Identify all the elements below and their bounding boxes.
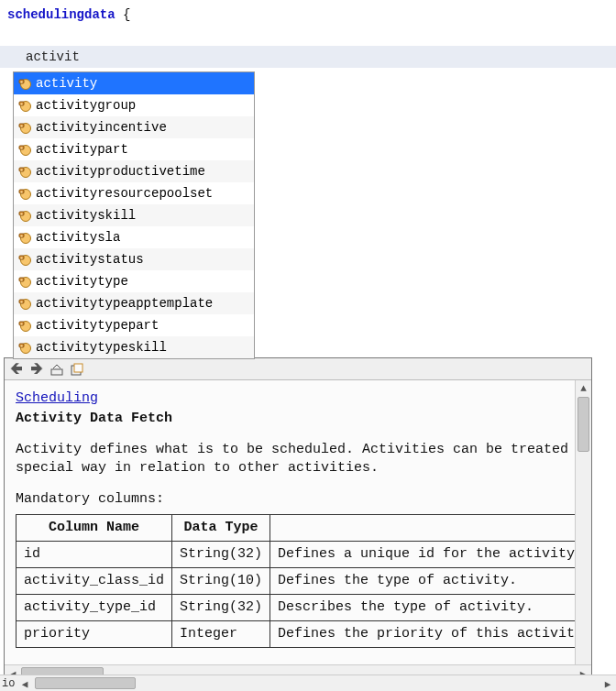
doc-toolbar: 🡸 🡺 bbox=[5, 358, 591, 380]
table-row: activity_type_idString(32)Describes the … bbox=[16, 595, 592, 621]
autocomplete-item[interactable]: activitygroup bbox=[14, 94, 254, 116]
table-cell: priority bbox=[16, 621, 172, 648]
entity-icon bbox=[17, 186, 32, 201]
entity-icon bbox=[17, 252, 32, 267]
entity-icon bbox=[17, 230, 32, 245]
collapse-button[interactable] bbox=[49, 361, 65, 378]
autocomplete-item[interactable]: activitytypeskill bbox=[14, 336, 254, 358]
table-header: Data Type bbox=[172, 515, 270, 542]
outer-scroll-left-arrow[interactable]: ◀ bbox=[16, 675, 33, 691]
svg-rect-2 bbox=[21, 82, 23, 83]
code-line-1: schedulingdata { bbox=[7, 5, 609, 24]
editor-horizontal-scrollbar[interactable]: io ◀ ▶ bbox=[0, 675, 616, 691]
autocomplete-item-label: activitytype bbox=[36, 272, 128, 291]
autocomplete-input-line[interactable]: activit bbox=[0, 46, 616, 68]
table-header: Column Name bbox=[16, 515, 172, 542]
autocomplete-item[interactable]: activityresourcepoolset bbox=[14, 182, 254, 204]
svg-rect-11 bbox=[21, 148, 23, 149]
table-cell: Defines the type of activity. bbox=[270, 568, 591, 595]
svg-rect-14 bbox=[21, 170, 23, 171]
back-button[interactable]: 🡸 bbox=[8, 361, 25, 378]
table-cell: String(10) bbox=[172, 568, 270, 595]
svg-rect-8 bbox=[21, 126, 23, 127]
table-cell: id bbox=[16, 542, 172, 568]
svg-rect-39 bbox=[51, 369, 62, 375]
blank-line bbox=[0, 29, 616, 46]
autocomplete-item[interactable]: activityproductivetime bbox=[14, 160, 254, 182]
doc-mandatory-table: Column NameData TypeidString(32)Defines … bbox=[16, 514, 591, 648]
doc-heading: Activity Data Fetch bbox=[16, 410, 591, 428]
svg-rect-5 bbox=[21, 104, 23, 105]
table-row: idString(32)Defines a unique id for the … bbox=[16, 542, 592, 568]
table-cell: String(32) bbox=[172, 595, 270, 621]
keyword-token: schedulingdata bbox=[7, 7, 116, 22]
autocomplete-item[interactable]: activitytypepart bbox=[14, 314, 254, 336]
table-row: activity_class_idString(10)Defines the t… bbox=[16, 568, 592, 595]
autocomplete-item-label: activitystatus bbox=[36, 250, 144, 269]
table-cell: String(32) bbox=[172, 542, 270, 568]
entity-icon bbox=[17, 76, 32, 91]
doc-mandatory-label: Mandatory columns: bbox=[16, 490, 591, 509]
autocomplete-item-label: activitygroup bbox=[36, 96, 136, 115]
table-cell: Describes the type of activity. bbox=[270, 595, 591, 621]
table-header bbox=[270, 515, 591, 542]
brace-token: { bbox=[123, 7, 130, 22]
entity-icon bbox=[17, 296, 32, 311]
svg-rect-32 bbox=[21, 302, 23, 303]
svg-rect-23 bbox=[21, 236, 23, 237]
entity-icon bbox=[17, 208, 32, 223]
table-cell: activity_class_id bbox=[16, 568, 172, 595]
autocomplete-item-label: activityskill bbox=[36, 206, 136, 225]
doc-breadcrumb-link[interactable]: Scheduling bbox=[16, 390, 98, 406]
autocomplete-item-label: activitypart bbox=[36, 140, 128, 159]
svg-rect-26 bbox=[21, 258, 23, 259]
autocomplete-item[interactable]: activitytype bbox=[14, 270, 254, 292]
autocomplete-item[interactable]: activitypart bbox=[14, 138, 254, 160]
svg-rect-41 bbox=[74, 364, 82, 372]
autocomplete-item[interactable]: activityincentive bbox=[14, 116, 254, 138]
code-editor[interactable]: schedulingdata { bbox=[0, 0, 616, 29]
scroll-up-arrow[interactable]: ▲ bbox=[576, 380, 591, 397]
autocomplete-item-label: activityproductivetime bbox=[36, 162, 205, 181]
autocomplete-item[interactable]: activitytypeapptemplate bbox=[14, 292, 254, 314]
svg-rect-29 bbox=[21, 280, 23, 281]
forward-button[interactable]: 🡺 bbox=[28, 361, 45, 378]
svg-rect-17 bbox=[21, 192, 23, 193]
table-cell: Defines a unique id for the activity. bbox=[270, 542, 591, 568]
outer-scroll-right-arrow[interactable]: ▶ bbox=[600, 675, 616, 691]
svg-rect-20 bbox=[21, 214, 23, 215]
entity-icon bbox=[17, 98, 32, 113]
table-cell: activity_type_id bbox=[16, 595, 172, 621]
autocomplete-item[interactable]: activity bbox=[14, 72, 254, 94]
autocomplete-item-label: activity bbox=[36, 74, 97, 93]
scroll-vertical-thumb[interactable] bbox=[578, 397, 589, 452]
entity-icon bbox=[17, 274, 32, 289]
autocomplete-item-label: activitytypeskill bbox=[36, 338, 167, 356]
svg-rect-35 bbox=[21, 324, 23, 325]
autocomplete-popup[interactable]: activityactivitygroupactivityincentiveac… bbox=[13, 71, 255, 359]
doc-content: Scheduling Activity Data Fetch Activity … bbox=[5, 380, 591, 657]
table-cell: Integer bbox=[172, 621, 270, 648]
documentation-panel: 🡸 🡺 Scheduling Activity Data Fetch Activ… bbox=[4, 357, 592, 682]
autocomplete-item[interactable]: activitystatus bbox=[14, 248, 254, 270]
open-external-button[interactable] bbox=[69, 361, 85, 378]
table-row: priorityIntegerDefines the priority of t… bbox=[16, 621, 592, 648]
entity-icon bbox=[17, 164, 32, 179]
autocomplete-item[interactable]: activitysla bbox=[14, 226, 254, 248]
doc-vertical-scrollbar[interactable]: ▲ ▼ bbox=[575, 380, 591, 681]
autocomplete-item-label: activityresourcepoolset bbox=[36, 184, 213, 203]
autocomplete-item-label: activitytypepart bbox=[36, 316, 159, 335]
table-cell: Defines the priority of this activity. bbox=[270, 621, 591, 648]
entity-icon bbox=[17, 120, 32, 135]
footer-label: io bbox=[0, 675, 16, 691]
autocomplete-item-label: activityincentive bbox=[36, 118, 167, 137]
entity-icon bbox=[17, 142, 32, 157]
entity-icon bbox=[17, 318, 32, 333]
autocomplete-item[interactable]: activityskill bbox=[14, 204, 254, 226]
outer-scroll-thumb[interactable] bbox=[35, 677, 136, 689]
autocomplete-item-label: activitytypeapptemplate bbox=[36, 294, 213, 313]
autocomplete-item-label: activitysla bbox=[36, 228, 120, 247]
doc-scroll-viewport: Scheduling Activity Data Fetch Activity … bbox=[5, 380, 591, 681]
svg-rect-38 bbox=[21, 346, 23, 347]
entity-icon bbox=[17, 340, 32, 355]
